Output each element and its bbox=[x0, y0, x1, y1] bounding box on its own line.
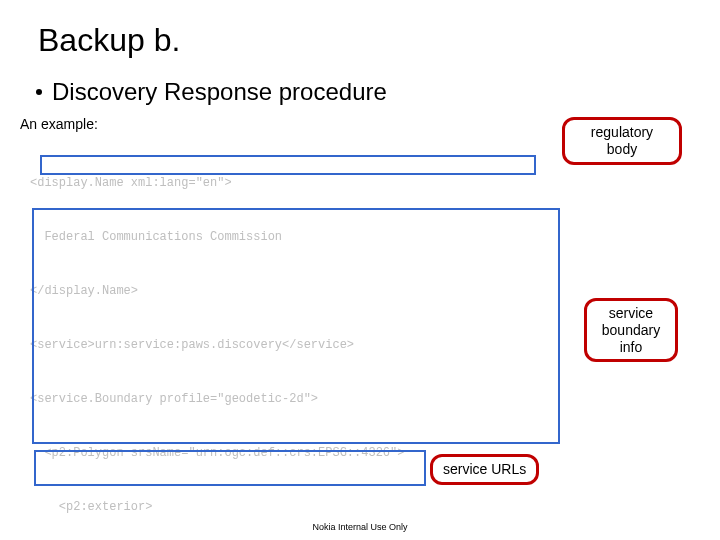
example-label: An example: bbox=[20, 116, 98, 132]
callout-service-boundary: serviceboundaryinfo bbox=[584, 298, 678, 362]
callout-service-urls: service URLs bbox=[430, 454, 539, 485]
slide-title: Backup b. bbox=[38, 22, 180, 59]
highlight-box-service-urls bbox=[34, 450, 426, 486]
highlight-box-regulatory bbox=[40, 155, 536, 175]
bullet-text: Discovery Response procedure bbox=[52, 78, 387, 106]
code-line: <p2:exterior> bbox=[30, 498, 570, 516]
footer-classification: Nokia Internal Use Only bbox=[0, 522, 720, 532]
code-line: <display.Name xml:lang="en"> bbox=[30, 174, 570, 192]
bullet-dot-icon bbox=[36, 89, 42, 95]
bullet-row: Discovery Response procedure bbox=[36, 78, 387, 106]
callout-regulatory-body: regulatory body bbox=[562, 117, 682, 165]
highlight-box-service-boundary bbox=[32, 208, 560, 444]
